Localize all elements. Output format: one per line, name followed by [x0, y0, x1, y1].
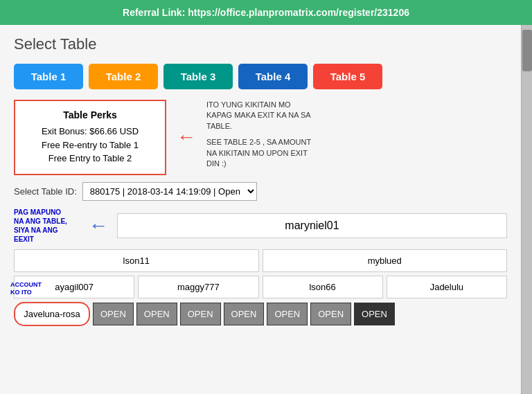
user-cell-lson66: lson66 [263, 276, 383, 298]
table-4-button[interactable]: Table 4 [238, 64, 308, 89]
account-annotation: ACCOUNT KO ITO [10, 281, 52, 297]
open-button-3[interactable]: OPEN [180, 303, 221, 325]
annotation-right-bottom: SEE TABLE 2-5 , SA AMOUNT NA KIKITAIN MO… [206, 137, 317, 169]
user-cell-jadelulu: Jadelulu [387, 276, 507, 298]
users-grid: lson11 myblued ayagil007 maggy777 lson66… [14, 249, 507, 298]
page-title: Select Table [14, 35, 507, 53]
table-1-button[interactable]: Table 1 [14, 64, 83, 89]
user-cell-lson11: lson11 [14, 249, 259, 272]
highlighted-user: Javeluna-rosa [14, 302, 90, 326]
perks-line2: Free Re-entry to Table 1 [28, 138, 152, 152]
perks-line3: Free Entry to Table 2 [28, 152, 152, 165]
annotation-right-top: ITO YUNG KIKITAIN MO KAPAG MAKA EXIT KA … [206, 100, 317, 132]
select-table-row: Select Table ID: 880175 | 2018-03-14 14:… [14, 182, 507, 201]
arrow-left-icon: ← [89, 215, 108, 237]
arrow-right-icon: ← [177, 126, 196, 148]
annotation-right: ITO YUNG KIKITAIN MO KAPAG MAKA EXIT KA … [206, 100, 317, 169]
user-cell-maggy777: maggy777 [138, 276, 258, 298]
open-button-5[interactable]: OPEN [267, 303, 308, 325]
open-button-7[interactable]: OPEN [354, 303, 395, 325]
perks-title: Table Perks [28, 109, 152, 120]
entry-username: maryniel01 [125, 220, 499, 232]
bottom-row: Javeluna-rosa OPEN OPEN OPEN OPEN OPEN O… [14, 302, 507, 326]
select-table-label: Select Table ID: [14, 186, 77, 197]
perks-section: Table Perks Exit Bonus: $66.66 USD Free … [14, 100, 507, 175]
perks-content: Exit Bonus: $66.66 USD Free Re-entry to … [28, 125, 152, 165]
perks-line1: Exit Bonus: $66.66 USD [28, 125, 152, 138]
table-3-button[interactable]: Table 3 [163, 64, 233, 89]
annotation-left: PAG MAPUNO NA ANG TABLE, SIYA NA ANG EEX… [14, 208, 69, 244]
table-2-button[interactable]: Table 2 [89, 64, 158, 89]
table-perks-box: Table Perks Exit Bonus: $66.66 USD Free … [14, 100, 166, 175]
scrollbar[interactable] [521, 25, 532, 394]
users-row-1: lson11 myblued [14, 249, 507, 272]
open-button-2[interactable]: OPEN [136, 303, 177, 325]
entry-row: maryniel01 [117, 213, 507, 238]
user-cell-myblued: myblued [263, 249, 508, 272]
open-button-4[interactable]: OPEN [224, 303, 265, 325]
scrollbar-thumb[interactable] [522, 30, 532, 71]
open-button-1[interactable]: OPEN [93, 303, 134, 325]
users-row-2: ayagil007 maggy777 lson66 Jadelulu [14, 276, 507, 298]
table-5-button[interactable]: Table 5 [313, 64, 382, 89]
select-table-dropdown[interactable]: 880175 | 2018-03-14 14:19:09 | Open [82, 182, 257, 201]
open-button-6[interactable]: OPEN [310, 303, 351, 325]
banner-text: Referral Link: https://office.planpromat… [123, 7, 409, 18]
table-buttons-container: Table 1 Table 2 Table 3 Table 4 Table 5 [14, 64, 507, 89]
top-banner: Referral Link: https://office.planpromat… [0, 0, 532, 25]
